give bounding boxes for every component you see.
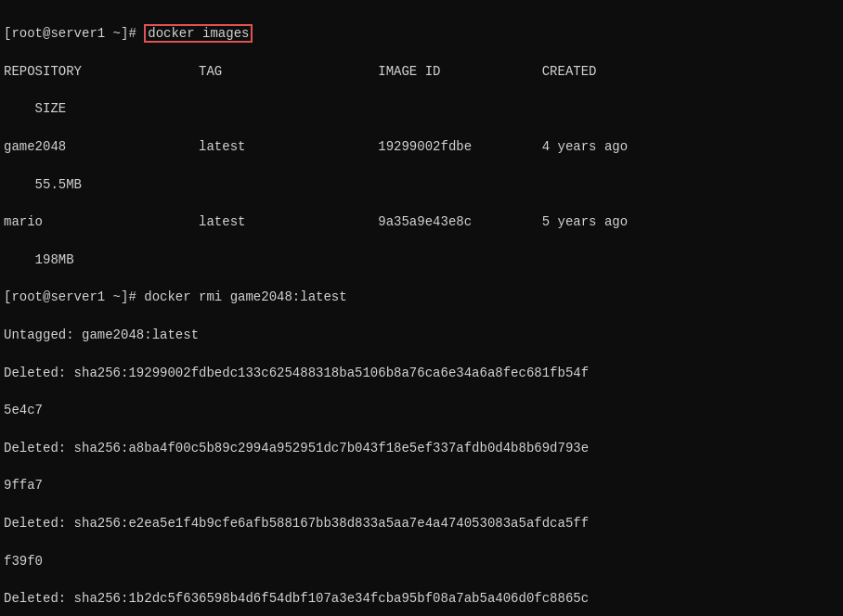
prompt-1: [root@server1 ~]# bbox=[4, 26, 144, 41]
line-header2: SIZE bbox=[4, 99, 839, 118]
line-untagged1: Untagged: game2048:latest bbox=[4, 326, 839, 344]
terminal: [root@server1 ~]# docker images REPOSITO… bbox=[0, 0, 843, 616]
line-1: [root@server1 ~]# docker images bbox=[4, 24, 839, 43]
line-mario-a: mario latest 9a35a9e43e8c 5 years ago bbox=[4, 212, 839, 231]
line-mario-b: 198MB bbox=[4, 250, 839, 269]
prompt-2: [root@server1 ~]# bbox=[4, 289, 144, 304]
line-del2a: Deleted: sha256:a8ba4f00c5b89c2994a95295… bbox=[4, 439, 839, 457]
line-del1a: Deleted: sha256:19299002fdbedc133c625488… bbox=[4, 364, 839, 382]
cmd-docker-images: docker images bbox=[144, 24, 253, 43]
line-del3a: Deleted: sha256:e2ea5e1f4b9cfe6afb588167… bbox=[4, 514, 839, 533]
line-game2048-a: game2048 latest 19299002fdbe 4 years ago bbox=[4, 137, 839, 156]
line-header: REPOSITORY TAG IMAGE ID CREATED bbox=[4, 62, 839, 81]
line-game2048-b: 55.5MB bbox=[4, 175, 839, 194]
line-rmi1: [root@server1 ~]# docker rmi game2048:la… bbox=[4, 288, 839, 306]
line-del1b: 5e4c7 bbox=[4, 401, 839, 419]
line-del4a: Deleted: sha256:1b2dc5f636598b4d6f54dbf1… bbox=[4, 589, 839, 608]
line-del3b: f39f0 bbox=[4, 552, 839, 571]
line-del2b: 9ffa7 bbox=[4, 476, 839, 494]
